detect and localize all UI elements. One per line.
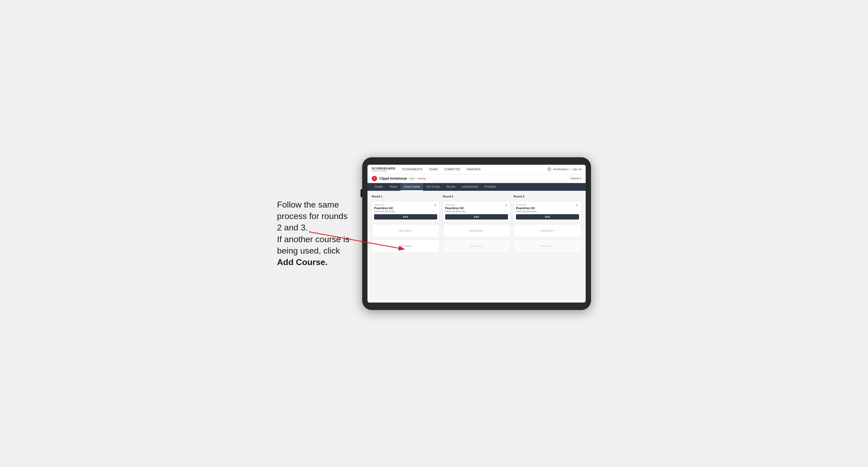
nav-committee[interactable]: COMMITTEE [443,168,461,171]
course-label-r3: (Course A) [516,204,536,206]
cancel-button[interactable]: Cancel ✕ [570,177,581,180]
course-info-r3: Yellow (M) (6629 yds) [516,210,536,213]
add-course-r3-slot1[interactable]: Add Course + [514,224,581,237]
tab-bar: Details Teams Course Setup Tee Groups Re… [368,183,586,191]
tab-details[interactable]: Details [372,183,386,191]
round-3-course-card: (Course A) Peachtree GC Yellow (M) (6629… [514,201,581,222]
top-nav: SCOREBOARD Powered by clippd TOURNAMENTS… [368,165,586,174]
edit-course-r3[interactable]: Edit [516,214,579,220]
round-1-title: Round 1 [372,195,440,198]
course-info-r2: Yellow (M) (6629 yds) [445,210,466,213]
nav-separator: | [570,168,571,170]
round-1-column: Round 1 (Course A) Peachtree GC Yellow (… [372,195,440,253]
tab-teams[interactable]: Teams [386,183,400,191]
course-card-info-r2: (Course A) Peachtree GC Yellow (M) (6629… [445,204,466,213]
sub-header: C Clippd Invitational Men Hosting Cancel… [368,174,586,183]
logo-area: SCOREBOARD Powered by clippd [372,167,395,172]
course-card-info: (Course A) Peachtree GC Yellow (M) (6629… [374,204,395,213]
sign-out-link[interactable]: Sign out [572,168,581,170]
course-label-r2: (Course A) [445,204,466,206]
tab-leaderboards[interactable]: Leaderboards [459,183,482,191]
logo-scoreboard: SCOREBOARD [372,167,395,170]
nav-links: TOURNAMENTS TEAMS COMMITTEE RANKINGS [401,168,547,171]
course-card-header-r3: (Course A) Peachtree GC Yellow (M) (6629… [516,204,579,213]
round-2-column: Round 2 (Course A) Peachtree GC Yellow (… [443,195,510,253]
add-course-r2-slot1-label: Add Course + [469,229,484,232]
edit-course-r1[interactable]: Edit [374,214,437,220]
user-email: blair@clippd.io [553,168,569,170]
logo-powered: Powered by clippd [372,170,395,172]
add-course-r3-slot1-label: Add Course + [540,229,555,232]
course-card-info-r3: (Course A) Peachtree GC Yellow (M) (6629… [516,204,536,213]
course-card-header: (Course A) Peachtree GC Yellow (M) (6629… [374,204,437,213]
page-wrapper: Follow the same process for rounds 2 and… [248,157,620,310]
nav-teams[interactable]: TEAMS [428,168,439,171]
tab-course-setup[interactable]: Course Setup [400,183,423,191]
course-info-r1: Yellow (M) (6629 yds) [374,210,395,213]
nav-rankings[interactable]: RANKINGS [466,168,482,171]
add-course-r1-slot1[interactable]: Add Course + [372,224,440,237]
nav-right: blair@clippd.io | Sign out [547,167,581,172]
tournament-name: Clippd Invitational [379,177,407,180]
main-content: Round 1 (Course A) Peachtree GC Yellow (… [368,191,586,303]
course-card-header-r2: (Course A) Peachtree GC Yellow (M) (6629… [445,204,508,213]
add-course-r3-slot2: Add Course + [514,240,581,253]
delete-course-r2[interactable]: ✕ [504,204,508,207]
tab-printables[interactable]: Printables [482,183,499,191]
add-course-r1-slot1-label: Add Course + [398,229,413,232]
tablet-frame: SCOREBOARD Powered by clippd TOURNAMENTS… [362,157,591,310]
round-3-column: Round 3 (Course A) Peachtree GC Yellow (… [514,195,581,253]
tab-results[interactable]: Results [443,183,459,191]
tablet-side-button [361,189,362,197]
round-2-course-card: (Course A) Peachtree GC Yellow (M) (6629… [443,201,510,222]
course-name-r1: Peachtree GC [374,207,395,210]
nav-tournaments[interactable]: TOURNAMENTS [401,168,423,171]
round-3-title: Round 3 [514,195,581,198]
add-course-r3-slot2-label: Add Course + [540,245,555,247]
tablet-screen: SCOREBOARD Powered by clippd TOURNAMENTS… [368,165,586,303]
course-name-r2: Peachtree GC [445,207,466,210]
add-course-r2-slot1[interactable]: Add Course + [443,224,510,237]
round-1-course-card: (Course A) Peachtree GC Yellow (M) (6629… [372,201,440,222]
add-course-r1-slot2[interactable]: Add Course + [372,240,440,253]
tab-tee-groups[interactable]: Tee Groups [423,183,443,191]
hosting-tag: Hosting [417,177,426,180]
round-2-title: Round 2 [443,195,510,198]
user-avatar [547,167,551,172]
course-name-r3: Peachtree GC [516,207,536,210]
add-course-r2-slot2-label: Add Course + [469,245,484,247]
add-course-r1-slot2-label: Add Course + [398,245,413,247]
edit-course-r2[interactable]: Edit [445,214,508,220]
brand-logo: C [372,176,377,181]
delete-course-r3[interactable]: ✕ [575,204,579,207]
tournament-badge: Men [408,177,416,180]
annotation-text: Follow the same process for rounds 2 and… [277,199,351,268]
course-label-r1: (Course A) [374,204,395,206]
rounds-grid: Round 1 (Course A) Peachtree GC Yellow (… [372,195,581,253]
delete-course-r1[interactable]: ✕ [433,204,437,207]
add-course-r2-slot2: Add Course + [443,240,510,253]
